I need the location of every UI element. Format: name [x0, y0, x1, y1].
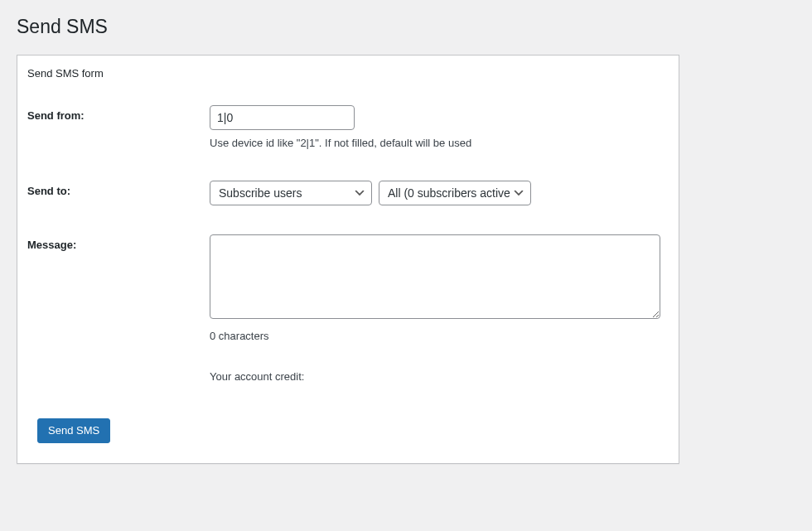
form-table: Send from: Use device id like "2|1". If … [27, 93, 669, 392]
send-from-label: Send from: [27, 93, 210, 168]
send-to-type-select[interactable]: Subscribe users [210, 181, 372, 205]
submit-wrap: Send SMS [27, 408, 669, 453]
send-from-hint: Use device id like "2|1". If not filled,… [210, 135, 660, 152]
credit-row: Your account credit: [27, 359, 669, 392]
send-from-input[interactable] [210, 105, 355, 130]
form-title: Send SMS form [27, 65, 669, 93]
page-title: Send SMS [17, 8, 795, 41]
send-to-label: Send to: [27, 168, 210, 222]
send-sms-form-panel: Send SMS form Send from: Use device id l… [17, 55, 679, 464]
send-to-row: Send to: Subscribe users All (0 subscrib… [27, 168, 669, 222]
send-to-subscribers-select[interactable]: All (0 subscribers active) [379, 181, 531, 205]
message-label: Message: [27, 222, 210, 359]
message-textarea[interactable] [210, 234, 660, 319]
message-char-count: 0 characters [210, 330, 660, 342]
send-from-row: Send from: Use device id like "2|1". If … [27, 93, 669, 168]
send-sms-button[interactable]: Send SMS [37, 418, 110, 443]
account-credit-label: Your account credit: [210, 369, 660, 385]
message-row: Message: 0 characters [27, 222, 669, 359]
